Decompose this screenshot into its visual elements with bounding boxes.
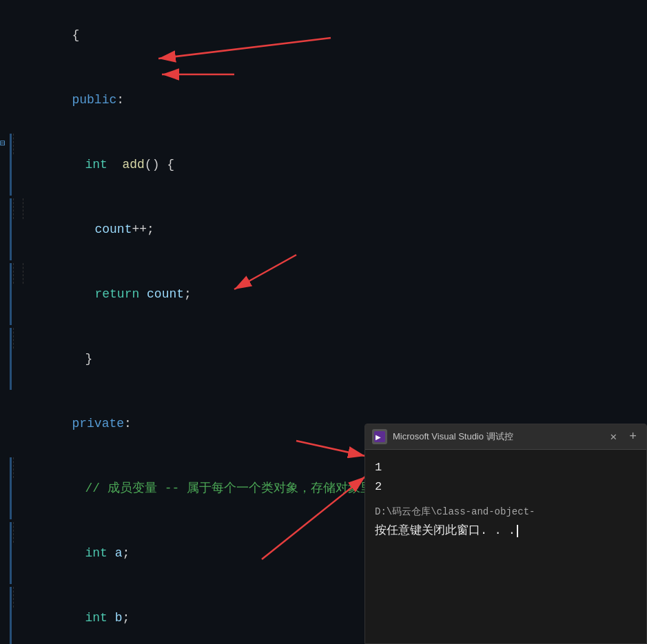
blue-bar — [10, 457, 12, 519]
terminal-title: Microsoft Visual Studio 调试控 — [393, 430, 601, 443]
code-line: public: — [0, 67, 647, 132]
fold-indicator — [0, 69, 10, 72]
code-line: return count; — [0, 262, 647, 326]
fold-indicator — [0, 393, 10, 396]
indent-guide — [23, 263, 32, 284]
fold-indicator — [0, 198, 10, 202]
fold-indicator — [0, 522, 10, 526]
prompt-text: 按任意键关闭此窗口. . . — [375, 524, 515, 537]
code-content: int add() { — [23, 134, 174, 196]
code-editor: { public: ⊟ int add() { count+ — [0, 0, 647, 644]
indent-guide — [13, 263, 23, 284]
fold-indicator — [0, 328, 10, 331]
indent-guide — [13, 522, 23, 543]
blue-bar — [10, 328, 12, 390]
code-content: private: — [10, 393, 132, 455]
terminal-add-button[interactable]: + — [626, 428, 639, 445]
code-content: return count; — [32, 263, 192, 325]
indent-guide — [13, 198, 23, 219]
output-number-1: 1 — [375, 461, 382, 474]
blue-bar — [10, 134, 12, 196]
fold-indicator — [0, 4, 10, 8]
svg-text:▶: ▶ — [376, 433, 381, 441]
terminal-path: D:\码云仓库\class-and-object- — [375, 502, 637, 521]
code-content: } — [23, 328, 92, 390]
blue-bar — [10, 198, 12, 260]
blue-bar — [10, 522, 12, 584]
cursor — [517, 525, 518, 537]
code-line: } — [0, 326, 647, 391]
terminal-body: 1 2 D:\码云仓库\class-and-object- 按任意键关闭此窗口.… — [365, 450, 646, 643]
indent-guide — [13, 587, 23, 607]
vs-icon: ▶ — [374, 431, 385, 442]
code-content: count++; — [32, 198, 154, 260]
code-line: ⊟ int add() { — [0, 132, 647, 197]
code-content: { — [10, 4, 79, 66]
indent-guide — [13, 457, 23, 478]
fold-indicator — [0, 263, 10, 267]
terminal-close-button[interactable]: ✕ — [606, 428, 622, 445]
terminal-output-line2: 2 — [375, 477, 637, 497]
code-content: int b; — [23, 587, 130, 644]
code-content: public: — [10, 69, 124, 131]
terminal-icon: ▶ — [372, 429, 387, 444]
output-number-2: 2 — [375, 480, 382, 493]
indent-guide — [23, 198, 32, 219]
blue-bar — [10, 587, 12, 644]
terminal-prompt: 按任意键关闭此窗口. . . — [375, 521, 637, 541]
code-content: // 成员变量 -- 属于每个一个类对象，存储对象里面 — [23, 457, 385, 519]
code-content: int a; — [23, 522, 130, 584]
terminal-output-line1: 1 — [375, 458, 637, 477]
fold-indicator — [0, 457, 10, 461]
terminal-popup: ▶ Microsoft Visual Studio 调试控 ✕ + 1 2 D:… — [364, 424, 647, 644]
path-text: D:\码云仓库\class-and-object- — [375, 506, 535, 517]
blue-bar — [10, 263, 12, 325]
indent-guide — [13, 328, 23, 349]
code-line: count++; — [0, 197, 647, 262]
fold-indicator — [0, 587, 10, 590]
code-line: { — [0, 3, 647, 67]
terminal-titlebar: ▶ Microsoft Visual Studio 调试控 ✕ + — [365, 424, 646, 450]
indent-guide — [13, 134, 23, 154]
fold-indicator: ⊟ — [0, 134, 10, 149]
